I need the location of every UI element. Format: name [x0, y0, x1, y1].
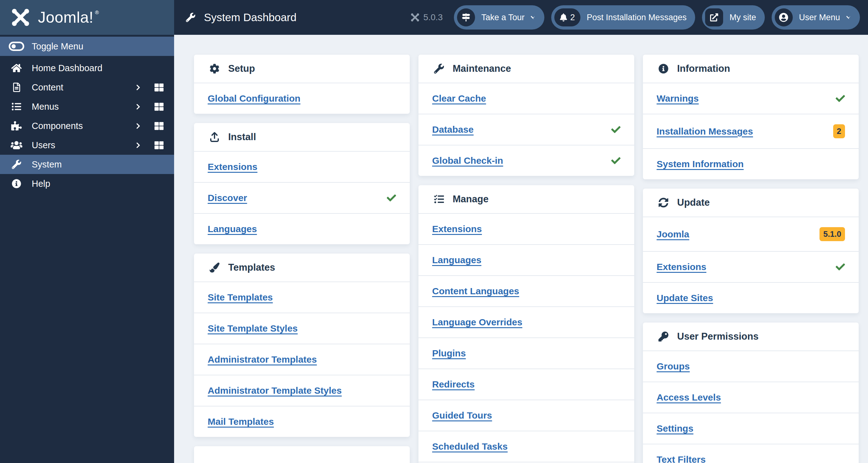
link-settings[interactable]: Settings [657, 423, 693, 434]
card-row: Extensions [194, 152, 410, 183]
card-row: Update Sites [643, 283, 859, 313]
link-clear-cache[interactable]: Clear Cache [432, 93, 486, 104]
status-badge: 5.1.0 [819, 227, 845, 241]
link-extensions[interactable]: Extensions [208, 162, 257, 172]
pill-count: 2 [570, 13, 575, 22]
sidebar-item-label: Toggle Menu [32, 41, 83, 52]
sidebar-item-users[interactable]: Users [0, 135, 174, 155]
card-title: Update [677, 197, 710, 208]
card-setup: SetupGlobal Configuration [194, 55, 410, 114]
card-row: Site Templates [194, 282, 410, 313]
link-system-information[interactable]: System Information [657, 159, 744, 169]
card-title: Setup [228, 63, 255, 74]
check-icon [611, 125, 621, 134]
chevron-right-icon [136, 84, 140, 91]
card-row: Extensions [418, 214, 634, 245]
sidebar-item-label: Menus [32, 102, 59, 112]
sync-icon [658, 198, 669, 207]
wrench-icon [12, 160, 21, 169]
sidebar-item-menus[interactable]: Menus [0, 97, 174, 116]
card-row: Mail Templates [194, 406, 410, 437]
dashboard-column-2: MaintenanceClear CacheDatabaseGlobal Che… [418, 55, 634, 463]
take-a-tour-button[interactable]: Take a Tour [454, 5, 545, 30]
link-access-levels[interactable]: Access Levels [657, 392, 721, 403]
user-menu-button[interactable]: User Menu [772, 5, 860, 30]
link-scheduled-tasks[interactable]: Scheduled Tasks [432, 441, 508, 452]
card-row: Global Check-in [418, 145, 634, 176]
joomla-version: 5.0.3 [410, 12, 443, 22]
dashboard-grid-button[interactable] [155, 141, 163, 150]
registered-mark: ® [95, 10, 99, 16]
sidebar-item-help[interactable]: Help [0, 174, 174, 193]
dashboard-column-3: InformationWarningsInstallation Messages… [643, 55, 859, 463]
check-icon [836, 262, 845, 272]
upload-icon [210, 132, 219, 142]
sidebar-item-label: Components [32, 121, 83, 131]
my-site-button[interactable]: My site [702, 5, 765, 30]
link-mail-templates[interactable]: Mail Templates [208, 417, 274, 427]
chevron-right-icon [136, 103, 140, 110]
dashboard-grid-button[interactable] [155, 102, 163, 111]
card-row: Language Overrides [418, 307, 634, 338]
card-header: Setup [194, 55, 410, 83]
sidebar-item-label: System [32, 159, 62, 170]
key-icon [658, 332, 669, 341]
app-header: System Dashboard 5.0.3 Take a Tour2Post … [174, 0, 868, 35]
link-groups[interactable]: Groups [657, 361, 690, 372]
link-discover[interactable]: Discover [208, 193, 247, 203]
joomla-logo: Joomla! ® [0, 0, 174, 35]
link-global-configuration[interactable]: Global Configuration [208, 93, 300, 104]
pill-label: Post Installation Messages [587, 13, 686, 22]
card-title: Manage [453, 194, 488, 205]
pill-icon-bubble [705, 8, 723, 26]
link-joomla[interactable]: Joomla [657, 229, 689, 239]
link-language-overrides[interactable]: Language Overrides [432, 317, 522, 328]
check-icon [387, 193, 396, 203]
link-warnings[interactable]: Warnings [657, 93, 699, 104]
dashboard-grid-button[interactable] [155, 122, 163, 131]
dashboard: SetupGlobal ConfigurationInstallExtensio… [174, 35, 868, 463]
toggle-menu-button[interactable]: Toggle Menu [0, 37, 174, 56]
dashboard-grid-button[interactable] [155, 83, 163, 92]
link-site-template-styles[interactable]: Site Template Styles [208, 323, 298, 334]
link-redirects[interactable]: Redirects [432, 379, 475, 390]
card-header: Manage [418, 185, 634, 214]
link-text-filters[interactable]: Text Filters [657, 454, 706, 463]
card-row: Site Template Styles [194, 313, 410, 344]
link-administrator-templates[interactable]: Administrator Templates [208, 354, 317, 365]
link-extensions[interactable]: Extensions [657, 262, 706, 272]
link-extensions[interactable]: Extensions [432, 224, 482, 234]
post-installation-messages-button[interactable]: 2Post Installation Messages [551, 5, 695, 30]
status-badge: 2 [833, 124, 845, 138]
link-guided-tours[interactable]: Guided Tours [432, 410, 492, 421]
external-link-icon [710, 13, 718, 22]
link-installation-messages[interactable]: Installation Messages [657, 126, 753, 137]
pill-icon-bubble: 2 [554, 8, 581, 26]
link-global-check-in[interactable]: Global Check-in [432, 155, 503, 166]
link-plugins[interactable]: Plugins [432, 348, 466, 359]
link-site-templates[interactable]: Site Templates [208, 292, 273, 303]
header-actions: 5.0.3 Take a Tour2Post Installation Mess… [410, 5, 860, 30]
card-header: Maintenance [418, 55, 634, 83]
sidebar-item-content[interactable]: Content [0, 78, 174, 97]
check-icon [611, 156, 621, 165]
chevron-right-icon [136, 142, 140, 148]
version-number: 5.0.3 [424, 12, 443, 22]
sidebar-item-system[interactable]: System [0, 155, 174, 174]
sidebar: Joomla! ® Toggle MenuHome DashboardConte… [0, 0, 174, 463]
pill-label: User Menu [799, 13, 840, 22]
link-languages[interactable]: Languages [208, 224, 257, 234]
info-icon [12, 179, 21, 188]
link-administrator-template-styles[interactable]: Administrator Template Styles [208, 385, 342, 396]
user-icon [779, 13, 788, 22]
card-title: User Permissions [677, 331, 758, 342]
link-database[interactable]: Database [432, 124, 473, 135]
link-content-languages[interactable]: Content Languages [432, 286, 519, 296]
card-row: Access Levels [643, 382, 859, 413]
chevron-down-icon [846, 14, 851, 20]
link-update-sites[interactable]: Update Sites [657, 293, 713, 303]
sidebar-item-components[interactable]: Components [0, 116, 174, 135]
sidebar-item-home-dashboard[interactable]: Home Dashboard [0, 58, 174, 78]
link-languages[interactable]: Languages [432, 255, 481, 265]
wrench-icon [434, 64, 444, 74]
